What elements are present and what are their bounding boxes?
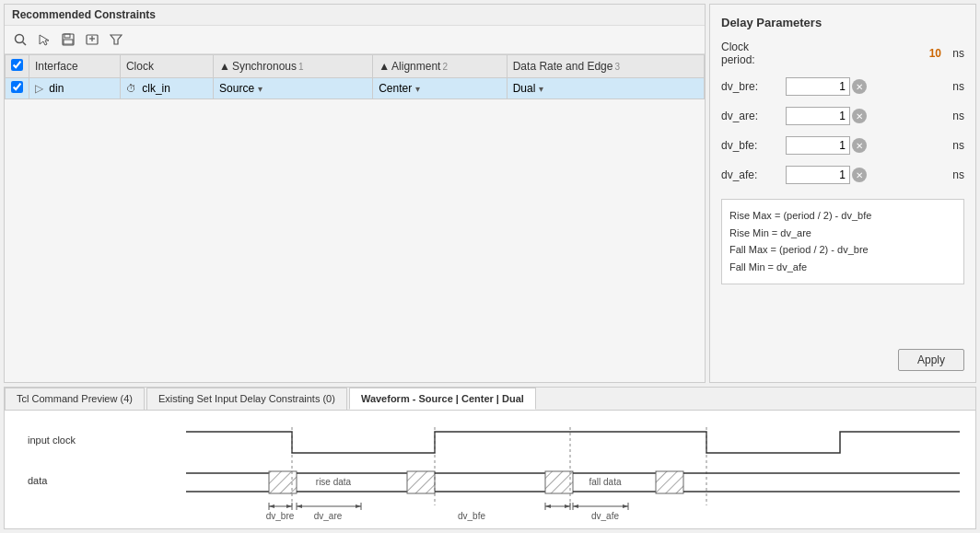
col-clock: Clock xyxy=(120,55,213,78)
dv-are-row: dv_are: ✕ ns xyxy=(721,107,964,125)
clock-period-value: 10 xyxy=(786,47,941,60)
dv-bre-row: dv_bre: ✕ ns xyxy=(721,77,964,96)
tab-tcl-preview[interactable]: Tcl Command Preview (4) xyxy=(5,388,145,410)
dv-bre-anno: dv_bre xyxy=(266,511,295,521)
interface-cell: ▷ din xyxy=(29,78,121,99)
select-all-checkbox[interactable] xyxy=(11,59,23,71)
svg-rect-27 xyxy=(656,471,683,493)
clock-period-unit: ns xyxy=(941,47,964,60)
dv-bre-input-wrap: ✕ xyxy=(786,77,941,96)
col-datarate: Data Rate and Edge 3 xyxy=(507,55,704,78)
fall-data-label: fall data xyxy=(589,477,621,487)
svg-rect-4 xyxy=(64,40,73,44)
formula-box: Rise Max = (period / 2) - dv_bfe Rise Mi… xyxy=(721,199,964,284)
dv-bfe-unit: ns xyxy=(941,139,964,152)
svg-point-0 xyxy=(16,35,24,43)
formula-4: Fall Min = dv_afe xyxy=(729,259,956,276)
dv-are-input-wrap: ✕ xyxy=(786,107,941,125)
constraints-table-wrapper: Interface Clock ▲ Synchronous 1 xyxy=(5,54,705,382)
rise-data-label: rise data xyxy=(316,477,352,487)
dv-afe-row: dv_afe: ✕ ns xyxy=(721,166,964,184)
cursor-button[interactable] xyxy=(34,29,54,50)
dv-bfe-anno: dv_bfe xyxy=(458,511,485,521)
apply-button[interactable]: Apply xyxy=(898,349,964,371)
dv-bre-unit: ns xyxy=(941,80,964,93)
tabs-bar: Tcl Command Preview (4) Existing Set Inp… xyxy=(5,388,975,411)
dv-afe-input-wrap: ✕ xyxy=(786,166,941,184)
panel-title: Recommended Constraints xyxy=(5,5,705,26)
dv-are-clear[interactable]: ✕ xyxy=(852,109,867,123)
tab-existing-constraints[interactable]: Existing Set Input Delay Constraints (0) xyxy=(146,388,347,410)
clock-period-label: Clock period: xyxy=(721,41,786,66)
constraints-table: Interface Clock ▲ Synchronous 1 xyxy=(5,54,705,99)
dv-bfe-row: dv_bfe: ✕ ns xyxy=(721,136,964,155)
dv-bre-clear[interactable]: ✕ xyxy=(852,79,867,94)
dv-bfe-input-wrap: ✕ xyxy=(786,136,941,155)
clock-cell: ⏱ clk_in xyxy=(120,78,213,99)
bottom-section: Tcl Command Preview (4) Existing Set Inp… xyxy=(4,387,976,529)
filter-button[interactable] xyxy=(106,29,126,50)
dv-bfe-input[interactable] xyxy=(786,136,850,155)
waveform-area: input clock data xyxy=(5,411,975,528)
save-button[interactable] xyxy=(58,29,78,50)
delay-params-title: Delay Parameters xyxy=(721,16,964,29)
right-panel: Delay Parameters Clock period: 10 ns dv_… xyxy=(709,4,976,383)
datarate-cell[interactable]: Dual ▾ xyxy=(507,78,704,99)
dv-afe-unit: ns xyxy=(941,168,964,181)
svg-line-1 xyxy=(23,42,27,46)
alignment-cell[interactable]: Center ▾ xyxy=(373,78,508,99)
formula-1: Rise Max = (period / 2) - dv_bfe xyxy=(729,207,956,225)
dv-are-unit: ns xyxy=(941,110,964,122)
tab-waveform[interactable]: Waveform - Source | Center | Dual xyxy=(349,388,536,410)
data-label: data xyxy=(28,475,48,486)
toolbar xyxy=(5,26,705,54)
formula-2: Rise Min = dv_are xyxy=(729,225,956,242)
input-clock-label: input clock xyxy=(28,435,76,446)
col-checkbox xyxy=(6,55,29,78)
dv-bre-input[interactable] xyxy=(786,77,850,96)
svg-rect-18 xyxy=(269,471,297,493)
clock-period-row: Clock period: 10 ns xyxy=(721,41,964,66)
dv-are-label: dv_are: xyxy=(721,110,786,122)
svg-rect-24 xyxy=(545,471,573,493)
dv-bfe-clear[interactable]: ✕ xyxy=(852,138,867,153)
svg-marker-8 xyxy=(111,35,122,44)
synchronous-cell[interactable]: Source ▾ xyxy=(214,78,373,99)
top-section: Recommended Constraints xyxy=(0,0,980,385)
dv-afe-input[interactable] xyxy=(786,166,850,184)
dv-afe-clear[interactable]: ✕ xyxy=(852,168,867,182)
row-checkbox[interactable] xyxy=(11,81,23,93)
left-panel: Recommended Constraints xyxy=(4,4,706,383)
main-container: Recommended Constraints xyxy=(0,0,980,533)
svg-rect-21 xyxy=(407,471,435,493)
dv-afe-anno: dv_afe xyxy=(591,511,619,521)
col-synchronous: ▲ Synchronous 1 xyxy=(214,55,373,78)
dv-are-input[interactable] xyxy=(786,107,850,125)
formula-3: Fall Max = (period / 2) - dv_bre xyxy=(729,241,956,259)
dv-are-anno: dv_are xyxy=(314,511,343,521)
table-row: ▷ din ⏱ clk_in Source ▾ xyxy=(6,78,705,99)
add-constraint-button[interactable] xyxy=(82,29,102,50)
col-alignment: ▲ Alignment 2 xyxy=(373,55,508,78)
dv-bre-label: dv_bre: xyxy=(721,80,786,93)
waveform-svg: input clock data xyxy=(5,418,975,528)
dv-bfe-label: dv_bfe: xyxy=(721,139,786,152)
col-interface: Interface xyxy=(29,55,121,78)
dv-afe-label: dv_afe: xyxy=(721,168,786,181)
search-button[interactable] xyxy=(10,29,30,50)
